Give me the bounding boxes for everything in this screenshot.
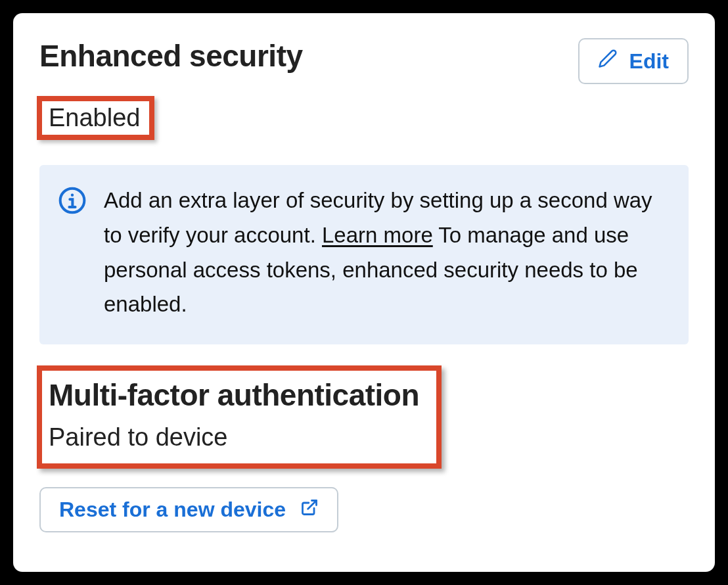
mfa-title: Multi-factor authentication — [49, 377, 419, 413]
mfa-highlight-box: Multi-factor authentication Paired to de… — [37, 365, 442, 469]
svg-line-2 — [308, 501, 317, 509]
learn-more-link[interactable]: Learn more — [322, 223, 433, 247]
reset-device-button-label: Reset for a new device — [59, 498, 286, 522]
header-row: Enhanced security Edit — [39, 38, 689, 84]
enhanced-security-card: Enhanced security Edit Enabled Add an ex… — [13, 13, 715, 572]
edit-button-label: Edit — [629, 49, 669, 74]
svg-point-1 — [71, 194, 74, 197]
info-text: Add an extra layer of security by settin… — [104, 183, 665, 322]
mfa-status: Paired to device — [49, 423, 419, 452]
enhanced-security-status: Enabled — [49, 104, 140, 132]
status-highlight-box: Enabled — [37, 96, 154, 140]
external-link-icon — [300, 498, 319, 522]
reset-device-button[interactable]: Reset for a new device — [39, 487, 338, 532]
info-callout: Add an extra layer of security by settin… — [39, 165, 689, 344]
section-title: Enhanced security — [39, 38, 303, 74]
pencil-icon — [598, 49, 618, 74]
info-icon — [58, 186, 87, 215]
edit-button[interactable]: Edit — [578, 38, 689, 84]
